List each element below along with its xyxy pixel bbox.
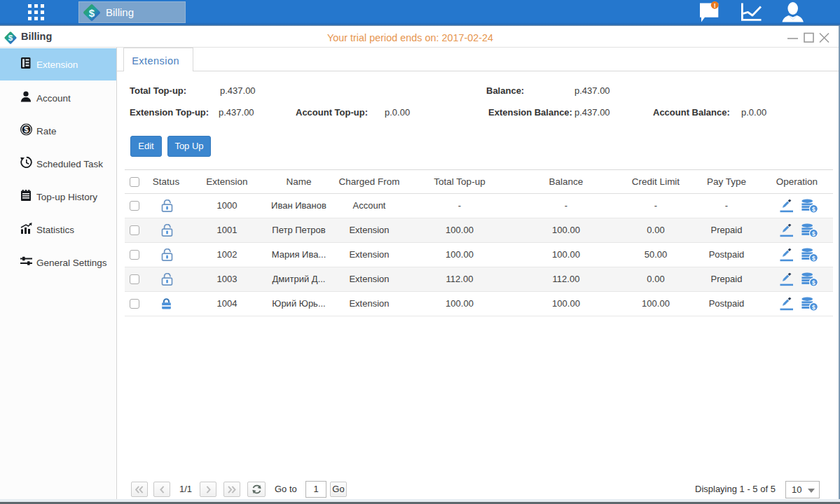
svg-text:$: $ xyxy=(812,206,815,213)
svg-text:$: $ xyxy=(812,304,815,311)
svg-text:$: $ xyxy=(812,279,815,286)
svg-text:$: $ xyxy=(89,7,95,19)
svg-text:$: $ xyxy=(8,34,13,42)
svg-text:$: $ xyxy=(812,255,815,262)
svg-text:$: $ xyxy=(812,230,815,237)
svg-text:$: $ xyxy=(24,125,29,134)
svg-text:!: ! xyxy=(714,2,716,9)
